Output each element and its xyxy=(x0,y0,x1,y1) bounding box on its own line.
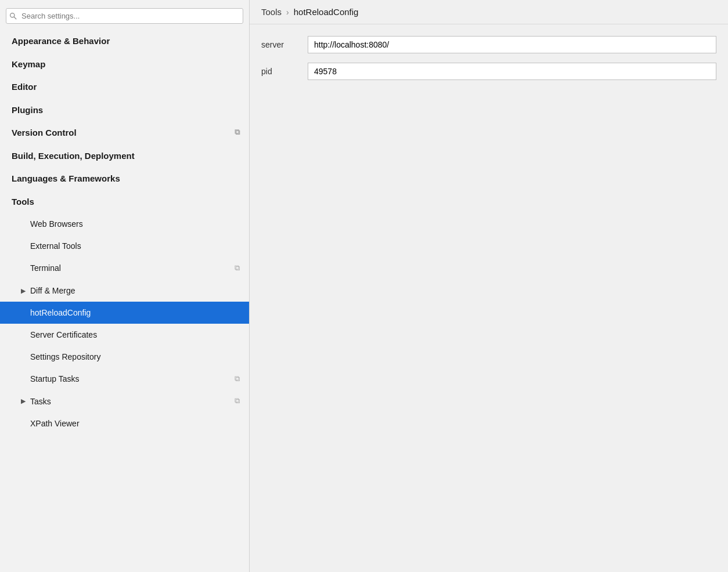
breadcrumb-separator: › xyxy=(286,8,289,17)
search-wrapper xyxy=(6,8,243,24)
arrow-right-icon: ▶ xyxy=(21,397,26,405)
svg-line-1 xyxy=(15,17,16,19)
breadcrumb-parent: Tools xyxy=(261,7,282,17)
form-label-server: server xyxy=(261,40,308,49)
search-container xyxy=(0,5,249,30)
sidebar-item-label: Version Control xyxy=(12,127,77,139)
sidebar-item-startup-tasks[interactable]: Startup Tasks ⧉ xyxy=(0,368,249,390)
sidebar-item-diff-merge[interactable]: ▶ Diff & Merge xyxy=(0,280,249,302)
sidebar-item-tasks[interactable]: ▶ Tasks ⧉ xyxy=(0,390,249,412)
sidebar-item-label: Plugins xyxy=(12,104,43,116)
sidebar-item-label: External Tools xyxy=(30,241,81,251)
pid-input[interactable] xyxy=(308,63,716,80)
sidebar-item-label: Diff & Merge xyxy=(30,285,75,296)
sidebar-item-plugins[interactable]: Plugins xyxy=(0,99,249,122)
search-icon xyxy=(9,12,17,20)
sidebar-item-label: Tasks xyxy=(30,396,51,407)
copy-icon: ⧉ xyxy=(235,374,240,384)
sidebar-item-terminal[interactable]: Terminal ⧉ xyxy=(0,257,249,279)
arrow-right-icon: ▶ xyxy=(21,287,26,295)
form-area: server pid xyxy=(250,24,728,101)
breadcrumb: Tools › hotReloadConfig xyxy=(250,0,728,24)
sidebar-item-label: Server Certificates xyxy=(30,330,97,340)
form-label-pid: pid xyxy=(261,67,308,76)
sidebar-item-version-control[interactable]: Version Control ⧉ xyxy=(0,121,249,144)
sidebar-item-label: Tools xyxy=(12,196,34,208)
sidebar-item-label: Keymap xyxy=(12,59,45,70)
form-row-pid: pid xyxy=(261,63,716,80)
sidebar-item-tools[interactable]: Tools xyxy=(0,190,249,213)
form-row-server: server xyxy=(261,36,716,53)
sidebar-item-label: Web Browsers xyxy=(30,219,83,229)
sidebar-item-languages[interactable]: Languages & Frameworks xyxy=(0,167,249,190)
copy-icon: ⧉ xyxy=(235,396,240,406)
sidebar-item-label: hotReloadConfig xyxy=(30,307,91,318)
sidebar-item-xpath-viewer[interactable]: XPath Viewer xyxy=(0,412,249,435)
sidebar-item-label: Settings Repository xyxy=(30,352,100,362)
server-input[interactable] xyxy=(308,36,716,53)
sidebar-item-server-certificates[interactable]: Server Certificates xyxy=(0,324,249,346)
sidebar-item-label: Appearance & Behavior xyxy=(12,35,110,47)
sidebar-item-keymap[interactable]: Keymap xyxy=(0,53,249,76)
sidebar-item-label: Languages & Frameworks xyxy=(12,173,120,184)
main-content: Tools › hotReloadConfig server pid xyxy=(250,0,728,572)
svg-point-0 xyxy=(10,13,15,17)
sidebar-item-editor[interactable]: Editor xyxy=(0,75,249,99)
copy-icon: ⧉ xyxy=(235,128,240,137)
sidebar-item-external-tools[interactable]: External Tools xyxy=(0,235,249,257)
sidebar-item-label: XPath Viewer xyxy=(30,418,80,429)
sidebar-item-hot-reload-config[interactable]: hotReloadConfig xyxy=(0,302,249,324)
sidebar-item-label: Editor xyxy=(12,81,37,93)
sidebar-item-label: Startup Tasks xyxy=(30,374,80,384)
copy-icon: ⧉ xyxy=(235,263,240,273)
sidebar-item-web-browsers[interactable]: Web Browsers xyxy=(0,213,249,235)
sidebar-item-appearance[interactable]: Appearance & Behavior xyxy=(0,30,249,53)
settings-sidebar: Appearance & Behavior Keymap Editor Plug… xyxy=(0,0,250,572)
sidebar-item-label: Terminal xyxy=(30,263,61,273)
search-input[interactable] xyxy=(6,8,243,24)
sidebar-item-settings-repository[interactable]: Settings Repository xyxy=(0,346,249,368)
breadcrumb-current: hotReloadConfig xyxy=(294,7,359,17)
sidebar-item-label: Build, Execution, Deployment xyxy=(12,150,135,162)
sidebar-item-build[interactable]: Build, Execution, Deployment xyxy=(0,144,249,168)
